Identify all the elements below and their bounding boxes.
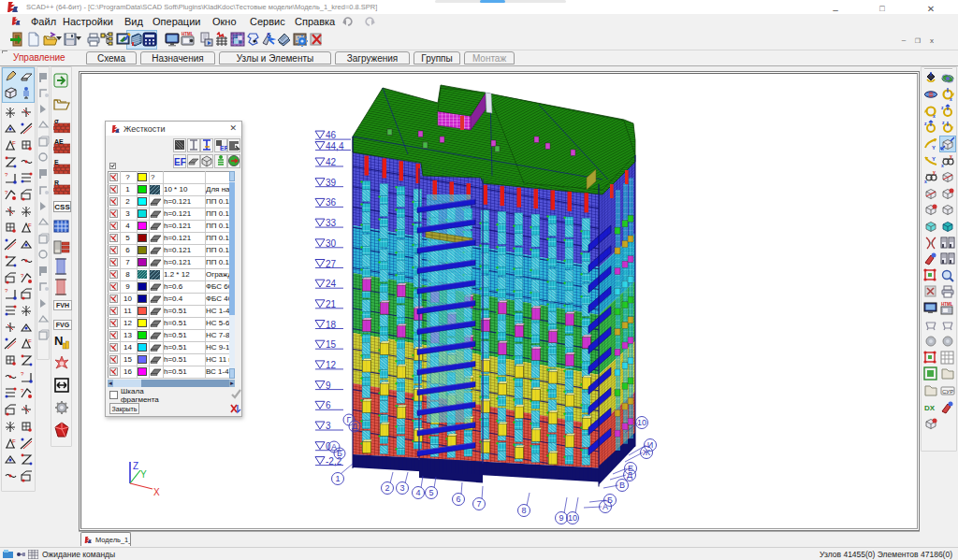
svg-text:44,4: 44,4 bbox=[326, 141, 344, 151]
svg-text:3: 3 bbox=[326, 421, 331, 431]
svg-text:9: 9 bbox=[326, 381, 331, 391]
svg-text:X: X bbox=[153, 487, 160, 497]
svg-text:10: 10 bbox=[637, 418, 646, 427]
svg-text:В: В bbox=[619, 481, 625, 490]
svg-text:36: 36 bbox=[326, 197, 337, 208]
svg-text:27: 27 bbox=[326, 259, 337, 269]
svg-text:15: 15 bbox=[326, 339, 337, 350]
svg-text:Z: Z bbox=[133, 461, 138, 471]
svg-text:46: 46 bbox=[326, 130, 337, 140]
svg-text:21: 21 bbox=[326, 299, 337, 309]
svg-text:EF: EF bbox=[174, 157, 186, 167]
svg-text:Y: Y bbox=[140, 469, 147, 480]
svg-text:18: 18 bbox=[326, 320, 337, 330]
svg-text:Д: Д bbox=[627, 470, 632, 480]
svg-text:1: 1 bbox=[335, 474, 340, 483]
svg-text:9: 9 bbox=[559, 513, 563, 523]
svg-text:8: 8 bbox=[521, 506, 526, 515]
svg-text:3: 3 bbox=[399, 483, 404, 493]
svg-text:30: 30 bbox=[326, 238, 337, 249]
svg-text:Ж: Ж bbox=[643, 448, 651, 457]
svg-text:5: 5 bbox=[428, 488, 433, 497]
svg-text:2: 2 bbox=[385, 483, 389, 493]
svg-text:24: 24 bbox=[326, 279, 337, 289]
svg-text:Б: Б bbox=[337, 449, 342, 458]
svg-text:4: 4 bbox=[415, 488, 420, 497]
svg-text:39: 39 bbox=[326, 178, 337, 188]
svg-text:А: А bbox=[602, 502, 608, 511]
svg-text:EF: EF bbox=[220, 145, 227, 151]
svg-text:Д: Д bbox=[352, 422, 357, 431]
svg-text:7: 7 bbox=[476, 499, 481, 509]
svg-text:42: 42 bbox=[326, 157, 337, 167]
svg-text:6: 6 bbox=[326, 400, 331, 410]
svg-text:6: 6 bbox=[456, 495, 460, 504]
svg-text:12: 12 bbox=[326, 360, 337, 370]
svg-text:10: 10 bbox=[568, 513, 577, 523]
svg-text:33: 33 bbox=[326, 218, 337, 228]
